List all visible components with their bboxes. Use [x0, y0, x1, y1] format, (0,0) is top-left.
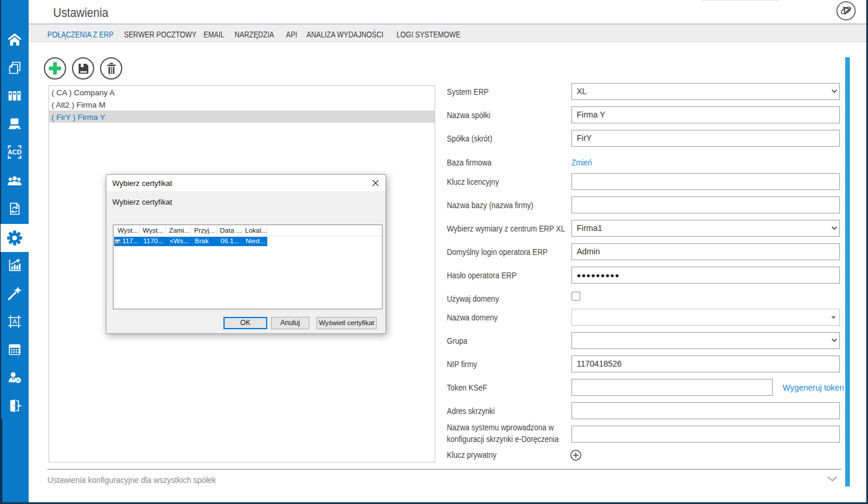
svg-text:A: A: [12, 318, 17, 325]
svg-text:ACD: ACD: [8, 149, 22, 156]
